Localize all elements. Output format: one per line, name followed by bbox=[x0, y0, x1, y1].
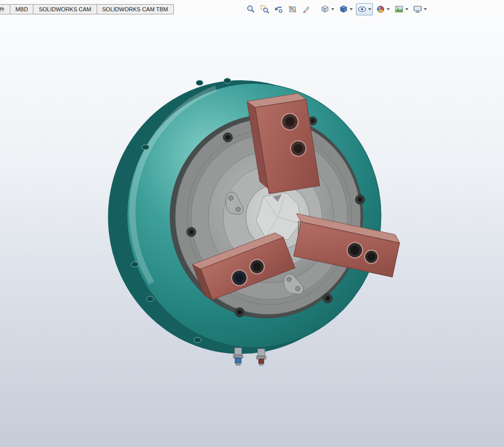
view-orientation-button[interactable] bbox=[319, 3, 336, 15]
tab-mbd[interactable]: MBD bbox=[10, 4, 33, 14]
tab-solidworks-cam-label: SOLIDWORKS CAM bbox=[39, 6, 91, 12]
command-manager-tabs: 件 MBD SOLIDWORKS CAM SOLIDWORKS CAM TBM bbox=[0, 4, 174, 14]
hide-show-items-dropdown-caret[interactable] bbox=[368, 8, 371, 10]
bottom-fitting-right bbox=[257, 349, 266, 365]
tab-mbd-label: MBD bbox=[15, 6, 28, 12]
section-view-button[interactable] bbox=[286, 3, 299, 15]
hide-show-items-button[interactable] bbox=[356, 3, 373, 15]
previous-view-icon bbox=[274, 5, 283, 14]
apply-scene-icon bbox=[394, 5, 404, 14]
zoom-to-fit-button[interactable] bbox=[245, 3, 257, 15]
tab-partial-label: 件 bbox=[0, 6, 5, 12]
display-style-icon bbox=[339, 5, 348, 14]
top-bar: 件 MBD SOLIDWORKS CAM SOLIDWORKS CAM TBM bbox=[0, 0, 504, 15]
edit-appearance-icon bbox=[376, 5, 385, 14]
hide-show-items-icon bbox=[357, 5, 367, 14]
edit-appearance-dropdown-caret[interactable] bbox=[387, 8, 390, 10]
display-style-dropdown-caret[interactable] bbox=[350, 8, 353, 10]
zoom-to-area-icon bbox=[260, 5, 269, 14]
tab-solidworks-cam[interactable]: SOLIDWORKS CAM bbox=[33, 4, 97, 14]
dynamic-annotation-views-icon bbox=[302, 5, 311, 14]
view-settings-icon bbox=[413, 5, 422, 14]
bottom-fitting-left bbox=[233, 348, 243, 365]
view-orientation-dropdown-caret[interactable] bbox=[331, 8, 334, 10]
tab-partial[interactable]: 件 bbox=[0, 4, 10, 14]
edit-appearance-button[interactable] bbox=[374, 3, 391, 15]
heads-up-view-toolbar bbox=[245, 3, 428, 16]
zoom-to-area-button[interactable] bbox=[259, 3, 271, 15]
apply-scene-dropdown-caret[interactable] bbox=[405, 8, 408, 10]
display-style-button[interactable] bbox=[337, 3, 354, 15]
graphics-viewport[interactable] bbox=[0, 15, 504, 447]
view-settings-button[interactable] bbox=[411, 3, 428, 15]
previous-view-button[interactable] bbox=[273, 3, 285, 15]
chuck-model bbox=[0, 15, 504, 447]
section-view-icon bbox=[288, 5, 297, 14]
apply-scene-button[interactable] bbox=[393, 3, 410, 15]
zoom-to-fit-icon bbox=[246, 5, 256, 14]
view-settings-dropdown-caret[interactable] bbox=[424, 8, 427, 10]
tab-solidworks-cam-tbm[interactable]: SOLIDWORKS CAM TBM bbox=[97, 4, 174, 14]
tab-solidworks-cam-tbm-label: SOLIDWORKS CAM TBM bbox=[102, 6, 168, 12]
dynamic-annotation-views-button[interactable] bbox=[300, 3, 313, 15]
view-orientation-icon bbox=[320, 5, 330, 14]
toolbar-separator bbox=[314, 9, 317, 10]
